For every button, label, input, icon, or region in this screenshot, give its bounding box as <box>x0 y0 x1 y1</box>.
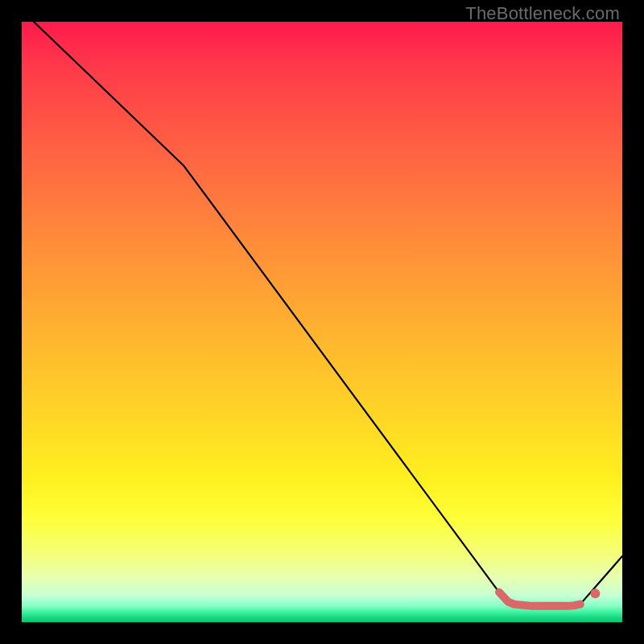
chart-frame: TheBottleneck.com <box>0 0 644 644</box>
highlight-point-dot <box>590 588 600 598</box>
bottleneck-curve-path <box>34 22 622 606</box>
watermark-text: TheBottleneck.com <box>465 3 620 24</box>
highlight-segment-path <box>499 592 580 606</box>
chart-overlay <box>22 22 622 622</box>
